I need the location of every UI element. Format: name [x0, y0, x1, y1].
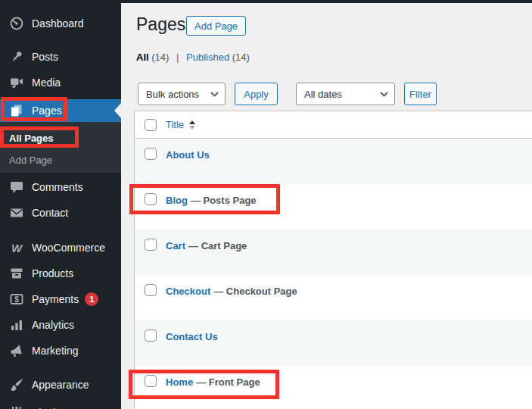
payments-notification-badge: 1 — [85, 292, 98, 306]
woocommerce-icon: W — [9, 240, 24, 255]
title-column-header[interactable]: Title — [166, 119, 195, 130]
table-row-home: Home— Front Page — [135, 366, 532, 409]
bar-chart-icon — [9, 317, 24, 333]
chevron-down-icon — [380, 92, 388, 97]
sidebar-label: WooCommerce — [32, 242, 105, 254]
sidebar-subitem-all-pages[interactable]: All Pages — [0, 128, 121, 148]
view-published-link[interactable]: Published — [186, 52, 229, 63]
sidebar-label: Payments — [32, 293, 79, 305]
admin-bar — [0, 0, 532, 3]
sidebar-subitem-add-page[interactable]: Add Page — [0, 150, 121, 170]
pages-list-table: Title About Us Blog— Posts Page Cart— Ca… — [134, 111, 532, 409]
page-title-link[interactable]: Contact Us — [166, 331, 218, 342]
active-menu-arrow-icon — [114, 103, 121, 118]
page-title-link[interactable]: Cart — [166, 240, 185, 251]
sidebar-item-contact[interactable]: Contact — [0, 200, 121, 226]
page-state-label: — Front Page — [196, 376, 260, 388]
sidebar-label: Products — [32, 267, 73, 279]
dollar-card-icon: $ — [9, 292, 24, 307]
sidebar-item-pages[interactable]: Pages — [0, 99, 121, 122]
page-state-label: — Checkout Page — [213, 286, 297, 297]
table-row-cart: Cart— Cart Page — [135, 229, 532, 275]
page-title-link[interactable]: Checkout — [166, 286, 210, 297]
submenu-label: Add Page — [9, 155, 52, 166]
page-title: Pages — [136, 14, 185, 36]
comment-bubble-icon — [9, 180, 24, 195]
camera-icon — [9, 75, 24, 90]
row-checkbox[interactable] — [145, 375, 157, 387]
sidebar-item-woocommerce[interactable]: W WooCommerce — [0, 235, 121, 261]
row-checkbox[interactable] — [145, 148, 157, 160]
table-row-checkout: Checkout— Checkout Page — [135, 275, 532, 320]
page-title-link[interactable]: About Us — [166, 149, 210, 161]
dashboard-icon — [9, 16, 24, 31]
page-title-link[interactable]: Blog — [166, 195, 188, 206]
row-checkbox[interactable] — [145, 193, 157, 205]
paintbrush-icon — [9, 377, 24, 392]
page-state-label: — Cart Page — [188, 240, 247, 251]
add-page-button[interactable]: Add Page — [186, 16, 246, 36]
admin-sidebar: Dashboard Posts Media Pages All Pages Ad — [0, 0, 121, 409]
sort-arrows-icon — [189, 120, 195, 130]
sidebar-item-products[interactable]: Products — [0, 261, 121, 286]
view-separator: | — [176, 52, 179, 63]
sidebar-item-media[interactable]: Media — [0, 70, 121, 95]
envelope-icon — [9, 205, 24, 220]
table-header-row: Title — [135, 111, 532, 139]
sidebar-item-analytics[interactable]: Analytics — [0, 312, 121, 338]
table-row-blog: Blog— Posts Page — [135, 184, 532, 229]
plug-icon — [9, 405, 24, 409]
sidebar-item-payments[interactable]: $ Payments 1 — [0, 286, 121, 312]
sidebar-item-posts[interactable]: Posts — [0, 44, 121, 70]
filter-button[interactable]: Filter — [404, 83, 437, 105]
row-checkbox[interactable] — [145, 284, 157, 296]
dates-filter-value: All dates — [304, 89, 342, 100]
sidebar-label: Posts — [32, 51, 58, 63]
submenu-label: All Pages — [9, 133, 54, 144]
sidebar-label: Analytics — [32, 319, 74, 331]
dates-filter-select[interactable]: All dates — [296, 83, 395, 105]
row-checkbox[interactable] — [145, 329, 157, 342]
page-title-link[interactable]: Home — [166, 376, 193, 388]
view-filter-links: All (14) | Published (14) — [136, 52, 250, 63]
view-all-link[interactable]: All — [136, 52, 149, 63]
archive-box-icon — [9, 266, 24, 281]
sidebar-label: Marketing — [32, 345, 78, 357]
sidebar-item-appearance[interactable]: Appearance — [0, 372, 121, 398]
sidebar-label: Pages — [32, 105, 62, 117]
sidebar-label: Media — [32, 76, 61, 89]
sidebar-item-dashboard[interactable]: Dashboard — [0, 11, 121, 36]
megaphone-icon — [9, 343, 24, 358]
view-all-count: (14) — [151, 52, 169, 63]
sidebar-label: Contact — [32, 207, 68, 219]
sidebar-label: Dashboard — [32, 17, 84, 30]
sidebar-item-comments[interactable]: Comments — [0, 174, 121, 200]
sidebar-item-marketing[interactable]: Marketing — [0, 338, 121, 364]
wordpress-admin-screen: Dashboard Posts Media Pages All Pages Ad — [0, 0, 532, 409]
table-row-about-us: About Us — [135, 139, 532, 184]
pages-icon — [9, 103, 24, 118]
main-content: Pages Add Page All (14) | Published (14)… — [121, 0, 532, 409]
sidebar-label: Comments — [32, 181, 83, 193]
apply-button[interactable]: Apply — [235, 83, 278, 105]
chevron-down-icon — [210, 92, 219, 97]
page-state-label: — Posts Page — [191, 195, 257, 206]
sidebar-label: Appearance — [32, 379, 89, 391]
bulk-actions-select[interactable]: Bulk actions — [138, 83, 226, 105]
pushpin-icon — [9, 49, 24, 64]
table-row-contact-us: Contact Us — [135, 320, 532, 366]
view-published-count: (14) — [232, 52, 250, 63]
sidebar-item-plugins[interactable]: Plugins — [0, 400, 121, 409]
row-checkbox[interactable] — [145, 239, 157, 251]
select-all-checkbox[interactable] — [145, 119, 157, 131]
bulk-actions-value: Bulk actions — [146, 89, 199, 100]
svg-text:$: $ — [14, 295, 19, 304]
